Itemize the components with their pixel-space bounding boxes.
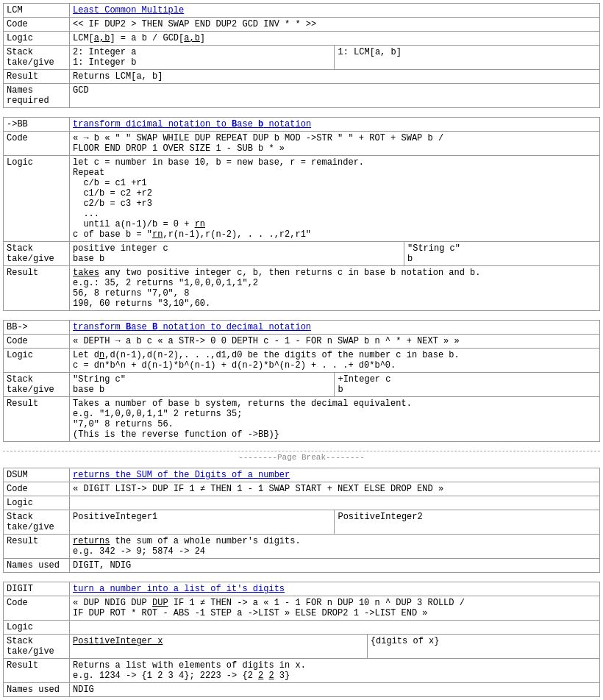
- stack-output: {digits of x}: [367, 635, 599, 659]
- table-row: DSUM returns the SUM of the Digits of a …: [4, 468, 600, 482]
- table-row: Stacktake/give PositiveInteger x {digits…: [4, 635, 600, 659]
- digit-table: DIGIT turn a number into a list of it's …: [3, 582, 600, 697]
- row-label: Stacktake/give: [4, 242, 70, 266]
- row-label: Logic: [4, 156, 70, 242]
- table-row: Namesrequired GCD: [4, 84, 600, 108]
- table-row: Result Returns a list with elements of d…: [4, 659, 600, 683]
- row-label: Names used: [4, 559, 70, 573]
- row-label: Result: [4, 70, 70, 84]
- row-label: Namesrequired: [4, 84, 70, 108]
- table-row: Logic LCM[a,b] = a b / GCD[a,b]: [4, 32, 600, 46]
- row-label: Logic: [4, 32, 70, 46]
- row-label: DIGIT: [4, 582, 70, 596]
- row-content: « DEPTH → a b c « a STR-> 0 0 DEPTH c - …: [70, 335, 600, 349]
- row-label: Result: [4, 535, 70, 559]
- row-content: Takes a number of base b system, returns…: [70, 397, 600, 442]
- table-row: Stacktake/give 2: Integer a1: Integer b …: [4, 46, 600, 70]
- row-content: returns the SUM of the Digits of a numbe…: [70, 468, 600, 482]
- row-content: LCM[a,b] = a b / GCD[a,b]: [70, 32, 600, 46]
- table-row: Names used DIGIT, NDIG: [4, 559, 600, 573]
- row-content: takes any two positive integer c, b, the…: [70, 266, 600, 311]
- table-row: DIGIT turn a number into a list of it's …: [4, 582, 600, 596]
- digit-title: turn a number into a list of it's digits: [73, 584, 285, 594]
- row-label: BB->: [4, 321, 70, 335]
- table-row: Logic: [4, 621, 600, 635]
- table-row: Result returns the sum of a whole number…: [4, 535, 600, 559]
- row-content: turn a number into a list of it's digits: [70, 582, 600, 596]
- row-content: « DUP NDIG DUP DUP IF 1 ≠ THEN -> a « 1 …: [70, 596, 600, 621]
- table-row: Code « DEPTH → a b c « a STR-> 0 0 DEPTH…: [4, 335, 600, 349]
- row-content: transform dicimal notation to Base b not…: [70, 118, 600, 132]
- stack-input: "String c"base b: [70, 373, 335, 397]
- table-row: Stacktake/give PositiveInteger1 Positive…: [4, 510, 600, 535]
- table-row: Result Takes a number of base b system, …: [4, 397, 600, 442]
- dsum-title: returns the SUM of the Digits of a numbe…: [73, 470, 290, 480]
- row-content: Returns LCM[a, b]: [70, 70, 600, 84]
- row-label: Names used: [4, 683, 70, 697]
- table-row: Logic let c = number in base 10, b = new…: [4, 156, 600, 242]
- row-content: DIGIT, NDIG: [70, 559, 600, 573]
- row-content: let c = number in base 10, b = new base,…: [70, 156, 600, 242]
- stack-input: 2: Integer a1: Integer b: [70, 46, 335, 70]
- stack-output: PositiveInteger2: [335, 510, 600, 535]
- row-label: Result: [4, 659, 70, 683]
- stack-output: "String c"b: [404, 242, 600, 266]
- row-label: DSUM: [4, 468, 70, 482]
- table-row: Code << IF DUP2 > THEN SWAP END DUP2 GCD…: [4, 18, 600, 32]
- row-content: Least Common Multiple: [70, 4, 600, 18]
- row-content: GCD: [70, 84, 600, 108]
- row-content: [70, 496, 600, 510]
- row-label: Code: [4, 596, 70, 621]
- table-row: ->BB transform dicimal notation to Base …: [4, 118, 600, 132]
- table-row: Stacktake/give "String c"base b +Integer…: [4, 373, 600, 397]
- row-label: Code: [4, 132, 70, 156]
- row-label: Result: [4, 397, 70, 442]
- row-label: Logic: [4, 621, 70, 635]
- stack-output: 1: LCM[a, b]: [335, 46, 600, 70]
- row-content: Returns a list with elements of digits i…: [70, 659, 600, 683]
- row-label: Logic: [4, 349, 70, 373]
- row-label: Code: [4, 482, 70, 496]
- table-row: Logic: [4, 496, 600, 510]
- row-label: Code: [4, 18, 70, 32]
- table-row: Logic Let dn,d(n-1),d(n-2),. . .,d1,d0 b…: [4, 349, 600, 373]
- row-content: « → b « " " SWAP WHILE DUP REPEAT DUP b …: [70, 132, 600, 156]
- row-content: transform Base B notation to decimal not…: [70, 321, 600, 335]
- table-row: Result Returns LCM[a, b]: [4, 70, 600, 84]
- page-break: --------Page Break--------: [3, 451, 600, 462]
- tobb-title: transform dicimal notation to Base b not…: [73, 119, 311, 129]
- row-label: Stacktake/give: [4, 46, 70, 70]
- row-content: returns the sum of a whole number's digi…: [70, 535, 600, 559]
- row-content: « DIGIT LIST-> DUP IF 1 ≠ THEN 1 - 1 SWA…: [70, 482, 600, 496]
- row-label: Logic: [4, 496, 70, 510]
- page: LCM Least Common Multiple Code << IF DUP…: [3, 3, 600, 697]
- frombb-table: BB-> transform Base B notation to decima…: [3, 320, 600, 442]
- row-label: Stacktake/give: [4, 635, 70, 659]
- table-row: LCM Least Common Multiple: [4, 4, 600, 18]
- row-content: [70, 621, 600, 635]
- row-label: Code: [4, 335, 70, 349]
- row-label: ->BB: [4, 118, 70, 132]
- dsum-table: DSUM returns the SUM of the Digits of a …: [3, 468, 600, 573]
- row-label: LCM: [4, 4, 70, 18]
- stack-input: PositiveInteger1: [70, 510, 335, 535]
- row-content: Let dn,d(n-1),d(n-2),. . .,d1,d0 be the …: [70, 349, 600, 373]
- table-row: Code « DIGIT LIST-> DUP IF 1 ≠ THEN 1 - …: [4, 482, 600, 496]
- frombb-title: transform Base B notation to decimal not…: [73, 322, 311, 332]
- row-label: Result: [4, 266, 70, 311]
- tobb-table: ->BB transform dicimal notation to Base …: [3, 117, 600, 311]
- lcm-title: Least Common Multiple: [73, 5, 184, 15]
- table-row: BB-> transform Base B notation to decima…: [4, 321, 600, 335]
- stack-input: positive integer cbase b: [70, 242, 404, 266]
- table-row: Stacktake/give positive integer cbase b …: [4, 242, 600, 266]
- stack-input: PositiveInteger x: [70, 635, 368, 659]
- stack-output: +Integer cb: [335, 373, 600, 397]
- table-row: Names used NDIG: [4, 683, 600, 697]
- row-label: Stacktake/give: [4, 510, 70, 535]
- row-content: << IF DUP2 > THEN SWAP END DUP2 GCD INV …: [70, 18, 600, 32]
- table-row: Result takes any two positive integer c,…: [4, 266, 600, 311]
- row-label: Stacktake/give: [4, 373, 70, 397]
- lcm-table: LCM Least Common Multiple Code << IF DUP…: [3, 3, 600, 108]
- table-row: Code « DUP NDIG DUP DUP IF 1 ≠ THEN -> a…: [4, 596, 600, 621]
- row-content: NDIG: [70, 683, 600, 697]
